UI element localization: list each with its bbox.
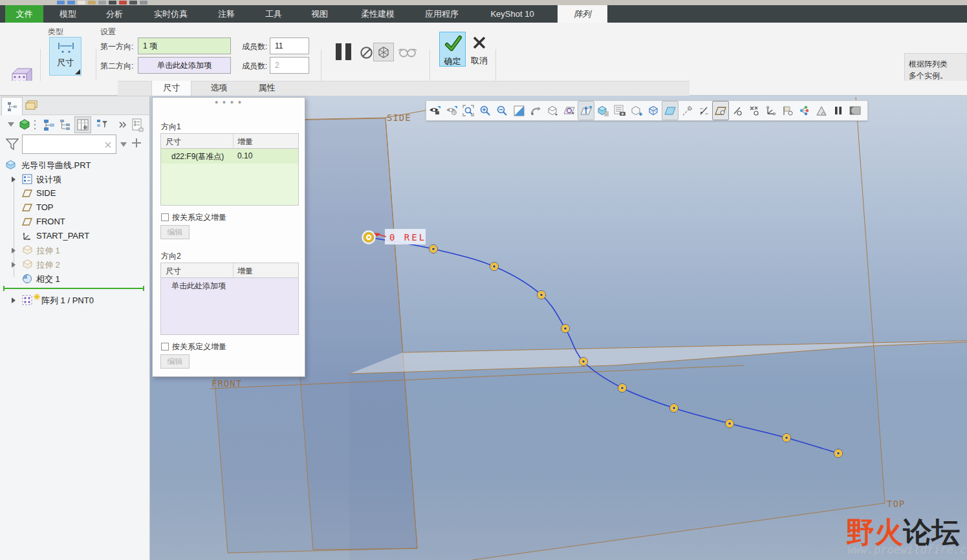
clear-search-icon[interactable] bbox=[105, 142, 111, 148]
csys-display-icon[interactable] bbox=[763, 101, 779, 120]
ok-button[interactable]: 确定 bbox=[439, 32, 466, 67]
pattern-point[interactable] bbox=[538, 291, 546, 299]
tree-item-top[interactable]: TOP bbox=[0, 200, 149, 215]
tab-analysis[interactable]: 分析 bbox=[95, 5, 134, 23]
glasses-icon[interactable] bbox=[398, 47, 417, 58]
size-pattern-type-button[interactable]: 尺寸 bbox=[49, 37, 81, 76]
expand-caret-icon[interactable] bbox=[8, 122, 14, 127]
zoom-in-icon[interactable] bbox=[477, 101, 494, 120]
pattern-point[interactable] bbox=[363, 232, 375, 244]
tab-file[interactable]: 文件 bbox=[5, 5, 43, 23]
plane-display-icon[interactable] bbox=[662, 101, 679, 120]
increment-cell[interactable]: 0.10 bbox=[237, 151, 252, 160]
model-tree-tab[interactable] bbox=[1, 97, 23, 115]
members2-input[interactable]: 2 bbox=[270, 57, 309, 74]
direction1-table[interactable]: 尺寸 增量 d22:F9(基准点) 0.10 bbox=[160, 133, 299, 206]
sim-warning-icon[interactable] bbox=[813, 101, 830, 120]
pattern-point[interactable] bbox=[429, 245, 438, 253]
pattern-point[interactable] bbox=[726, 420, 734, 428]
quick-access-icon[interactable] bbox=[78, 1, 85, 5]
plane-tag-icon[interactable] bbox=[712, 101, 729, 120]
filter-funnel-icon[interactable] bbox=[6, 138, 19, 150]
relation-checkbox-1[interactable] bbox=[161, 213, 169, 221]
point-display-icon[interactable] bbox=[729, 101, 746, 120]
pattern-point[interactable] bbox=[618, 384, 627, 393]
annotation-display-icon[interactable] bbox=[679, 101, 695, 120]
tab-tools[interactable]: 工具 bbox=[254, 5, 293, 23]
more-chevrons-icon[interactable] bbox=[119, 122, 127, 128]
direction2-table[interactable]: 尺寸 增量 单击此处添加项 bbox=[160, 263, 299, 335]
tab-dimensions[interactable]: 尺寸 bbox=[151, 81, 191, 96]
drag-handle[interactable]: ● ● ● ● bbox=[215, 99, 243, 105]
quick-access-icon[interactable] bbox=[88, 1, 96, 5]
preview-geometry-button[interactable] bbox=[373, 43, 394, 61]
pattern-point[interactable] bbox=[783, 434, 791, 442]
tab-flexible-modeling[interactable]: 柔性建模 bbox=[352, 5, 404, 23]
tree-item-intersect[interactable]: 相交 1 bbox=[0, 272, 149, 286]
tree-item-part[interactable]: 光导引导曲线.PRT bbox=[0, 158, 149, 172]
tree-settings-icon[interactable] bbox=[59, 118, 72, 131]
spin-center-icon[interactable] bbox=[527, 101, 544, 120]
view-manager-icon[interactable] bbox=[628, 101, 645, 120]
clip-icon[interactable] bbox=[847, 101, 864, 120]
expand-arrow-icon[interactable] bbox=[12, 262, 16, 268]
tree-item-csys[interactable]: START_PART bbox=[0, 229, 149, 243]
eye-history-icon[interactable] bbox=[443, 101, 460, 120]
search-options-caret-icon[interactable] bbox=[120, 142, 127, 147]
edit-button-2[interactable]: 编辑 bbox=[160, 354, 190, 369]
add-search-icon[interactable] bbox=[131, 138, 142, 148]
relation-checkbox-2[interactable] bbox=[161, 343, 169, 350]
no-preview-icon[interactable] bbox=[360, 46, 373, 59]
quick-access-icon[interactable] bbox=[98, 1, 106, 5]
cancel-button[interactable]: 取消 bbox=[467, 32, 492, 67]
tree-item-extrude1[interactable]: 拉伸 1 bbox=[0, 243, 149, 257]
tab-annotate[interactable]: 注释 bbox=[207, 5, 246, 23]
quick-access-icon[interactable] bbox=[119, 1, 127, 5]
zoom-out-icon[interactable] bbox=[494, 101, 510, 120]
pattern-point[interactable] bbox=[670, 404, 679, 413]
tab-pattern-active[interactable]: 阵列 bbox=[558, 5, 607, 23]
expand-arrow-icon[interactable] bbox=[12, 248, 16, 253]
tree-item-design-items[interactable]: 设计项 bbox=[0, 172, 149, 186]
pattern-point[interactable] bbox=[561, 325, 570, 333]
pattern-point[interactable] bbox=[580, 358, 588, 366]
pattern-point[interactable] bbox=[834, 449, 843, 458]
tab-model[interactable]: 模型 bbox=[49, 5, 87, 23]
pattern-point[interactable] bbox=[490, 263, 499, 271]
pause-button[interactable] bbox=[336, 43, 351, 60]
quick-access-icon[interactable] bbox=[109, 1, 116, 5]
quick-access-icon[interactable] bbox=[140, 1, 147, 5]
tree-item-extrude2[interactable]: 拉伸 2 bbox=[0, 257, 149, 272]
view-normal-icon[interactable] bbox=[578, 101, 594, 120]
point-tag-icon[interactable] bbox=[746, 101, 763, 120]
expand-arrow-icon[interactable] bbox=[12, 297, 16, 303]
tree-columns-button[interactable] bbox=[74, 116, 91, 133]
zoom-refit-icon[interactable] bbox=[460, 101, 477, 120]
tab-keyshot[interactable]: KeyShot 10 bbox=[483, 5, 541, 23]
insert-here-locator[interactable] bbox=[3, 287, 144, 289]
dimension-row[interactable]: d22:F9(基准点) 0.10 bbox=[161, 149, 298, 164]
spin-tree-icon[interactable] bbox=[796, 101, 813, 120]
expand-arrow-icon[interactable] bbox=[12, 177, 16, 182]
tree-item-pattern[interactable]: 阵列 1 / PNT0 bbox=[0, 293, 149, 307]
members1-input[interactable]: 11 bbox=[270, 38, 309, 54]
flag-display-icon[interactable] bbox=[779, 101, 796, 120]
filter-tree-icon[interactable] bbox=[96, 118, 109, 131]
tab-view[interactable]: 视图 bbox=[300, 5, 339, 23]
scene-list-icon[interactable] bbox=[611, 101, 628, 120]
saved-views-icon[interactable] bbox=[561, 101, 578, 120]
model-cube-icon[interactable] bbox=[18, 118, 31, 131]
axis-display-icon[interactable] bbox=[695, 101, 712, 120]
tree-item-side[interactable]: SIDE bbox=[0, 186, 149, 200]
visibility-eye-icon[interactable] bbox=[426, 101, 443, 120]
first-direction-input[interactable]: 1 项 bbox=[138, 38, 231, 54]
display-style-icon[interactable] bbox=[544, 101, 561, 120]
edit-button-1[interactable]: 编辑 bbox=[160, 225, 190, 239]
repaint-icon[interactable] bbox=[510, 101, 527, 120]
add-item-placeholder[interactable]: 单击此处添加项 bbox=[171, 281, 226, 292]
dimension-cell[interactable]: d22:F9(基准点) bbox=[171, 151, 224, 162]
document-settings-icon[interactable] bbox=[131, 118, 144, 132]
appearance-icon[interactable] bbox=[594, 101, 611, 120]
quick-access-icon[interactable] bbox=[129, 1, 137, 5]
tree-item-front[interactable]: FRONT bbox=[0, 215, 149, 229]
